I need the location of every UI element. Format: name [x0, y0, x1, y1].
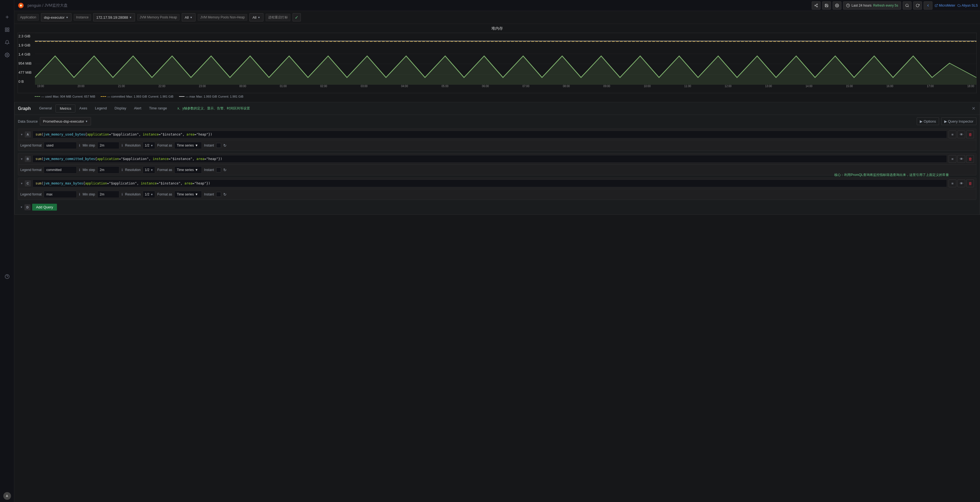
datasource-dropdown[interactable]: Prometheus-dsp-executor ▼	[40, 117, 91, 126]
query-a-hide-button[interactable]: 👁	[958, 130, 965, 138]
legend-max-current: Current: 1.981 GiB	[218, 95, 243, 98]
collapse-icon-a[interactable]: ▼	[20, 133, 23, 136]
restart-checkbox[interactable]: ✓	[293, 13, 301, 21]
y-label-5: 0 B	[18, 79, 34, 84]
sidebar-item-settings[interactable]	[1, 49, 13, 61]
close-button[interactable]: ✕	[970, 105, 977, 112]
tab-legend[interactable]: Legend	[91, 105, 111, 113]
tab-axes[interactable]: Axes	[75, 105, 91, 113]
heap-dropdown[interactable]: All ▼	[182, 13, 196, 21]
tab-general[interactable]: General	[35, 105, 56, 113]
sidebar-item-alerts[interactable]	[1, 36, 13, 48]
chevron-down-icon-3: ▼	[190, 16, 192, 19]
left-sidebar: A	[0, 0, 14, 502]
annotation-container: 核心：利用PromQL查询将监控指标筛选查询出来，这里引用了上面定义的常量 ▼ …	[18, 129, 977, 200]
chart-legend: — used Max: 904 MiB Current: 657 MiB — c…	[18, 93, 977, 100]
query-b-delete-button[interactable]: 🗑	[966, 155, 974, 163]
query-b-input[interactable]: sum(jvm_memory_committed_bytes{applicati…	[32, 155, 947, 163]
legend-format-input-c[interactable]	[44, 191, 77, 198]
query-a-input[interactable]: sum(jvm_memory_used_bytes{application="$…	[32, 130, 947, 138]
refresh-query-icon-a[interactable]: ↻	[223, 143, 227, 148]
query-letter-d: D	[24, 204, 30, 210]
share-button[interactable]	[812, 2, 821, 10]
options-button[interactable]: ▶ Options	[917, 118, 939, 125]
format-as-select-c[interactable]: Time series ▼	[174, 191, 202, 198]
breadcrumb-prefix[interactable]: penguin	[27, 3, 41, 8]
micrometer-link[interactable]: MicroMeter	[935, 3, 955, 8]
resolution-select-a[interactable]: 1/2 ▼	[143, 142, 155, 149]
query-c-menu-button[interactable]: ≡	[949, 180, 956, 187]
min-step-input-b[interactable]	[97, 166, 119, 173]
min-step-input-c[interactable]	[97, 191, 119, 198]
x-label-15: 10:00	[644, 85, 651, 92]
legend-used-max: Max: 904 MiB	[53, 95, 71, 98]
x-label-21: 16:00	[886, 85, 893, 92]
tab-alert[interactable]: Alert	[130, 105, 145, 113]
query-a-menu-button[interactable]: ≡	[949, 130, 956, 138]
refresh-query-icon-c[interactable]: ↻	[223, 192, 227, 197]
chart-title: 堆内存	[18, 26, 977, 31]
query-letter-b[interactable]: B	[25, 156, 31, 162]
query-b-menu-button[interactable]: ≡	[949, 155, 956, 163]
query-c-delete-button[interactable]: 🗑	[966, 180, 974, 187]
instant-checkbox-c[interactable]	[216, 192, 221, 197]
aliyun-sls-link[interactable]: Aliyun SLS	[958, 3, 978, 8]
datasource-row: Data Source Prometheus-dsp-executor ▼ ▶ …	[18, 117, 977, 126]
refresh-button[interactable]	[913, 2, 922, 10]
collapse-icon-c[interactable]: ▼	[20, 182, 23, 185]
query-letter-a[interactable]: A	[25, 132, 31, 137]
query-c-hide-button[interactable]: 👁	[958, 180, 965, 187]
sidebar-item-help[interactable]	[1, 270, 13, 283]
query-b-options: Legend format ℹ Min step ℹ Resolution 1/…	[18, 164, 976, 175]
add-query-button[interactable]: Add Query	[32, 204, 57, 211]
heap-label: JVM Memory Pools Heap	[137, 14, 180, 21]
tab-timerange[interactable]: Time range	[145, 105, 171, 113]
non-heap-dropdown[interactable]: All ▼	[250, 13, 263, 21]
format-as-select-b[interactable]: Time series ▼	[174, 166, 202, 173]
graph-edit-header: Graph General Metrics Axes Legend Displa…	[14, 102, 980, 115]
search-button[interactable]	[903, 2, 912, 10]
resolution-select-c[interactable]: 1/2 ▼	[143, 191, 155, 198]
refresh-query-icon-b[interactable]: ↻	[223, 168, 227, 172]
svg-point-12	[817, 4, 818, 5]
chart-body	[35, 33, 977, 85]
legend-used-name: — used	[41, 95, 52, 98]
query-inspector-button[interactable]: ▶ Query Inspector	[941, 118, 977, 125]
format-caret-a: ▼	[195, 143, 198, 147]
breadcrumb-title[interactable]: JVM监控大盘	[45, 3, 68, 8]
save-button[interactable]	[822, 2, 831, 10]
query-a-delete-button[interactable]: 🗑	[966, 130, 974, 138]
dashboard-settings-button[interactable]	[833, 2, 842, 10]
cloud-icon	[958, 4, 961, 7]
query-letter-c[interactable]: C	[25, 180, 31, 186]
instant-checkbox-a[interactable]	[216, 143, 221, 148]
time-range-display[interactable]: Last 24 hours Refresh every 5s	[843, 2, 901, 10]
instance-dropdown[interactable]: 172.17.59.19:28088 ▼	[93, 13, 135, 21]
collapse-icon-b[interactable]: ▼	[20, 157, 23, 160]
legend-format-input-b[interactable]	[44, 166, 77, 173]
legend-format-input-a[interactable]	[44, 142, 77, 149]
x-label-18: 13:00	[765, 85, 772, 92]
query-b-hide-button[interactable]: 👁	[958, 155, 965, 163]
legend-line-max	[179, 96, 185, 97]
instant-label-b: Instant	[204, 168, 214, 172]
chart-svg	[35, 33, 977, 85]
resolution-select-b[interactable]: 1/2 ▼	[143, 166, 155, 173]
user-avatar[interactable]: A	[3, 492, 11, 500]
tab-metrics[interactable]: Metrics	[56, 105, 75, 113]
instant-checkbox-b[interactable]	[216, 167, 221, 172]
format-as-select-a[interactable]: Time series ▼	[174, 142, 202, 149]
tab-display[interactable]: Display	[111, 105, 130, 113]
resolution-label-b: Resolution	[125, 168, 141, 172]
format-caret-c: ▼	[195, 192, 198, 196]
query-c-input[interactable]: sum(jvm_memory_max_bytes{application="$a…	[32, 180, 947, 187]
x-label-23: 18:00	[967, 85, 974, 92]
legend-committed-max: Max: 1.993 GiB	[126, 95, 147, 98]
back-button[interactable]	[924, 2, 932, 10]
app-dropdown[interactable]: dsp-executor ▼	[41, 13, 72, 21]
y-label-0: 2.3 GiB	[18, 34, 34, 38]
svg-point-19	[906, 4, 908, 6]
min-step-input-a[interactable]	[97, 142, 119, 149]
sidebar-item-add[interactable]	[1, 11, 13, 23]
sidebar-item-dashboards[interactable]	[1, 24, 13, 36]
